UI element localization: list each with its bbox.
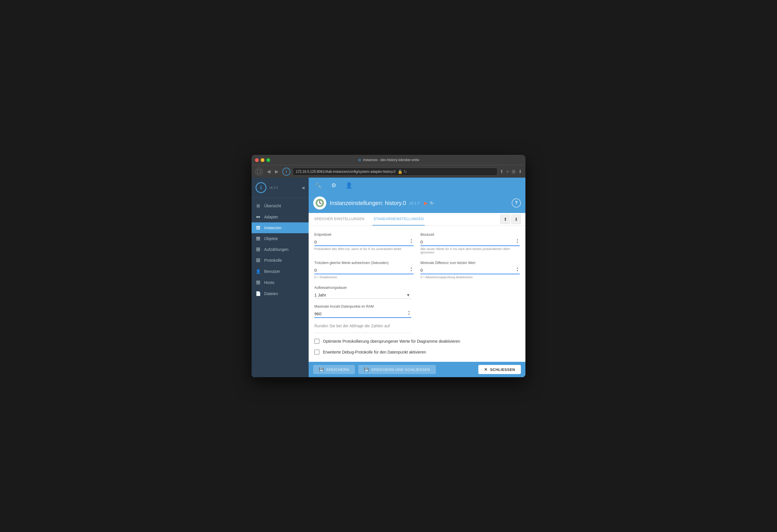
help-button[interactable]: ? bbox=[512, 198, 521, 208]
max-datenpunkte-input[interactable] bbox=[314, 310, 411, 317]
sidebar-item-label: Hosts bbox=[264, 280, 274, 285]
collapse-sidebar-icon[interactable]: ◀ bbox=[302, 185, 305, 190]
wrench-toolbar-button[interactable]: 🔧 bbox=[313, 180, 324, 190]
save-close-label: SPEICHERN UND SCHLIESSEN bbox=[371, 368, 430, 372]
sidebar-nav: ⊞ Übersicht Adapter bbox=[251, 198, 309, 377]
minimize-window-button[interactable] bbox=[261, 158, 264, 162]
gleiche-werte-input[interactable] bbox=[314, 267, 414, 274]
close-icon: ✕ bbox=[484, 367, 488, 372]
save-icon: 💾 bbox=[319, 367, 324, 372]
app-container: i v6.2.4 ◀ ⊞ Übersicht bbox=[251, 178, 526, 377]
minimale-differenz-input[interactable] bbox=[421, 267, 520, 274]
sidebar-item-label: Adapter bbox=[264, 215, 278, 219]
gleiche-werte-up[interactable]: ▲ bbox=[409, 267, 414, 269]
minimale-differenz-input-wrapper: ▲ ▼ bbox=[421, 267, 520, 274]
checkbox1-row: Optimierte Protokollierung übersprungene… bbox=[314, 339, 520, 344]
fullscreen-window-button[interactable] bbox=[266, 158, 270, 162]
checkbox2-label: Erweiterte Debug-Protokolle für den Date… bbox=[323, 350, 426, 354]
sidebar-item-label: Objekte bbox=[264, 236, 278, 241]
add-tab-icon[interactable]: + bbox=[506, 169, 509, 174]
max-datenpunkte-section: Maximale Anzahl Datenpunkte im RAM ▲ ▼ bbox=[314, 304, 520, 318]
save-button[interactable]: 💾 SPEICHERN bbox=[313, 365, 355, 374]
instance-controls: ▶ ↻ bbox=[424, 201, 434, 206]
tab-actions: ⬆ ⬇ bbox=[500, 215, 521, 224]
sidebar-item-objects[interactable]: Objekte bbox=[251, 233, 309, 244]
grid-icon[interactable]: ⊞ bbox=[512, 169, 516, 174]
close-label: SCHLIESSEN bbox=[490, 368, 515, 372]
user-toolbar-button[interactable]: 👤 bbox=[344, 180, 354, 190]
sidebar-item-hosts[interactable]: Hosts bbox=[251, 277, 309, 288]
blockzeit-up[interactable]: ▲ bbox=[515, 238, 520, 241]
back-button[interactable]: ◀ bbox=[265, 168, 272, 175]
max-datenpunkte-up[interactable]: ▲ bbox=[407, 310, 411, 313]
gleiche-werte-down[interactable]: ▼ bbox=[409, 269, 414, 272]
adapter-icon bbox=[255, 215, 261, 219]
sidebar-item-files[interactable]: 📄 Dateien bbox=[251, 288, 309, 299]
minimale-differenz-down[interactable]: ▼ bbox=[515, 269, 520, 272]
svg-rect-12 bbox=[256, 259, 260, 259]
refresh-nav-icon[interactable]: ↻ bbox=[404, 169, 407, 174]
sidebar-item-instances[interactable]: Instanzen bbox=[251, 222, 309, 233]
download-icon[interactable]: ⬇ bbox=[518, 169, 522, 174]
gear-icon: ⚙ bbox=[358, 158, 361, 162]
minimale-differenz-label: Minimale Differenz zum letzten Wert bbox=[421, 261, 520, 265]
iobroker-nav-icon[interactable]: i bbox=[283, 168, 291, 176]
svg-rect-4 bbox=[256, 228, 260, 228]
entprellzeit-spinners: ▲ ▼ bbox=[409, 238, 414, 246]
entprellzeit-input[interactable] bbox=[314, 238, 414, 246]
tabs-container: SPEICHER EINSTELLUNGEN STANDARDEINSTELLU… bbox=[309, 213, 526, 226]
aufbewahrungsdauer-section: Aufbewahrungsdauer 1 Jahr 2 Jahre 5 Jahr… bbox=[314, 286, 520, 299]
share-icon[interactable]: ⬆ bbox=[500, 169, 504, 174]
sidebar-item-protocols[interactable]: Protokolle bbox=[251, 255, 309, 266]
instance-title: Instanzeinstellungen: history.0 bbox=[330, 200, 406, 207]
sidebar-item-enumerations[interactable]: Aufzählungen bbox=[251, 244, 309, 255]
instance-panel: Instanzeinstellungen: history.0 v2.1.7 ▶… bbox=[309, 193, 526, 377]
close-window-button[interactable] bbox=[255, 158, 259, 162]
checkbox2-input[interactable] bbox=[314, 350, 320, 355]
instance-logo bbox=[313, 196, 326, 210]
aufbewahrungsdauer-select[interactable]: 1 Jahr 2 Jahre 5 Jahre 10 Jahre Unbegren… bbox=[314, 291, 411, 298]
objects-icon bbox=[255, 236, 261, 241]
svg-rect-5 bbox=[256, 229, 260, 230]
svg-rect-13 bbox=[256, 260, 260, 261]
address-bar[interactable]: 172.16.0.125:8081/#tab-instances/config/… bbox=[293, 168, 497, 176]
play-button[interactable]: ▶ bbox=[424, 201, 428, 206]
settings-content: Entprellzeit ▲ ▼ Protokolliert den Wert … bbox=[309, 226, 526, 362]
aufbewahrungsdauer-select-wrapper: 1 Jahr 2 Jahre 5 Jahre 10 Jahre Unbegren… bbox=[314, 291, 411, 299]
logo-icon: i bbox=[255, 182, 266, 193]
sidebar-item-overview[interactable]: ⊞ Übersicht bbox=[251, 200, 309, 212]
checkbox1-input[interactable] bbox=[314, 339, 320, 344]
checkbox1-label: Optimierte Protokollierung übersprungene… bbox=[323, 339, 460, 344]
save-close-button[interactable]: 💾 SPEICHERN UND SCHLIESSEN bbox=[358, 365, 436, 374]
close-button[interactable]: ✕ SCHLIESSEN bbox=[478, 365, 521, 374]
form-row-1: Entprellzeit ▲ ▼ Protokolliert den Wert … bbox=[314, 233, 520, 259]
tab-standard[interactable]: STANDARDEINSTELLUNGEN bbox=[372, 213, 425, 226]
refresh-button[interactable]: ↻ bbox=[430, 201, 434, 206]
blockzeit-input[interactable] bbox=[421, 238, 520, 246]
sidebar-item-users[interactable]: 👤 Benutzer bbox=[251, 266, 309, 277]
gleiche-werte-input-wrapper: ▲ ▼ bbox=[314, 267, 414, 274]
forward-button[interactable]: ▶ bbox=[273, 168, 280, 175]
sidebar-item-adapter[interactable]: Adapter bbox=[251, 212, 309, 222]
sidebar-item-label: Protokolle bbox=[264, 258, 282, 263]
blockzeit-hint: Alle neuen Werte für X ms nach dem letzt… bbox=[421, 247, 520, 254]
scroll-down-button[interactable]: ⬇ bbox=[511, 215, 521, 224]
svg-rect-11 bbox=[256, 251, 260, 251]
version-label: v6.2.4 bbox=[269, 186, 278, 189]
entprellzeit-down[interactable]: ▼ bbox=[409, 241, 414, 244]
svg-rect-9 bbox=[256, 248, 260, 249]
entprellzeit-label: Entprellzeit bbox=[314, 233, 414, 237]
entprellzeit-up[interactable]: ▲ bbox=[409, 238, 414, 241]
max-datenpunkte-input-wrapper: ▲ ▼ bbox=[314, 310, 411, 318]
svg-rect-14 bbox=[256, 261, 260, 262]
svg-rect-8 bbox=[256, 240, 260, 240]
minimale-differenz-up[interactable]: ▲ bbox=[515, 267, 520, 269]
entprellzeit-group: Entprellzeit ▲ ▼ Protokolliert den Wert … bbox=[314, 233, 414, 259]
files-icon: 📄 bbox=[255, 291, 261, 296]
scroll-up-button[interactable]: ⬆ bbox=[500, 215, 510, 224]
grid-nav-icon: ⊞ bbox=[255, 203, 261, 209]
tab-storage[interactable]: SPEICHER EINSTELLUNGEN bbox=[313, 213, 366, 226]
gear-toolbar-button[interactable]: ⚙ bbox=[329, 180, 338, 190]
max-datenpunkte-down[interactable]: ▼ bbox=[407, 313, 411, 316]
blockzeit-down[interactable]: ▼ bbox=[515, 241, 520, 244]
